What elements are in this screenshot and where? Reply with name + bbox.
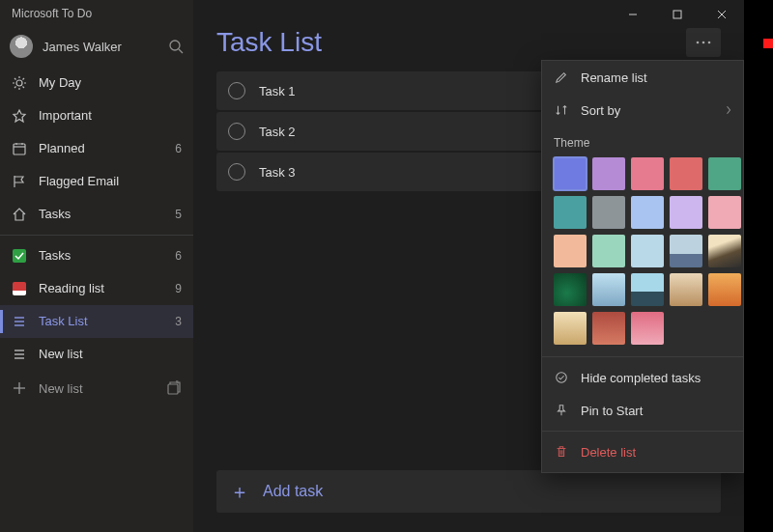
sidebar-item-tasks[interactable]: Tasks5 [0, 198, 193, 231]
sidebar-item-label: Tasks [39, 207, 169, 221]
sidebar-item-label: Tasks [39, 248, 169, 263]
theme-swatch-15[interactable] [554, 273, 587, 306]
sidebar-item-flagged-email[interactable]: Flagged Email [0, 165, 193, 198]
svg-rect-3 [14, 144, 25, 154]
rename-list-item[interactable]: Rename list [542, 61, 743, 94]
svg-rect-20 [673, 11, 681, 18]
more-icon [696, 41, 711, 44]
theme-swatch-10[interactable] [554, 235, 587, 267]
account-row[interactable]: James Walker [0, 27, 193, 67]
sidebar-item-task-list[interactable]: Task List3 [0, 305, 193, 338]
complete-checkbox[interactable] [228, 82, 245, 99]
theme-swatch-4[interactable] [708, 157, 741, 190]
theme-swatch-13[interactable] [670, 235, 702, 267]
theme-swatch-12[interactable] [631, 235, 664, 267]
theme-swatch-11[interactable] [592, 235, 625, 267]
minimize-button[interactable] [611, 0, 655, 29]
theme-swatch-14[interactable] [708, 235, 741, 267]
rename-label: Rename list [581, 70, 731, 85]
hide-completed-item[interactable]: Hide completed tasks [542, 361, 743, 394]
sidebar-item-label: Flagged Email [39, 174, 182, 188]
svg-text:+: + [176, 380, 180, 386]
theme-swatch-17[interactable] [631, 273, 664, 306]
check-circle-icon [554, 370, 569, 385]
annotation-arrow [763, 33, 773, 54]
app-title: Microsoft To Do [0, 0, 193, 27]
pin-icon [554, 403, 569, 418]
sidebar-item-label: My Day [39, 75, 182, 90]
list-options-menu: Rename list Sort by Theme Hide completed… [541, 60, 744, 473]
smart-lists: My DayImportantPlanned6Flagged EmailTask… [0, 67, 193, 231]
list-icon [12, 314, 27, 329]
sidebar-item-count: 6 [175, 249, 182, 263]
theme-swatch-1[interactable] [592, 157, 625, 190]
flag-icon [12, 174, 27, 189]
sidebar-item-count: 3 [175, 315, 182, 328]
sidebar-item-count: 9 [175, 282, 182, 295]
pin-label: Pin to Start [581, 404, 731, 418]
sort-icon [554, 102, 569, 118]
svg-point-23 [697, 42, 700, 44]
sidebar-item-my-day[interactable]: My Day [0, 67, 193, 99]
maximize-button[interactable] [655, 0, 700, 29]
plus-icon [12, 380, 27, 396]
sidebar-item-label: New list [39, 347, 182, 361]
app-window: Microsoft To Do James Walker My DayImpor… [0, 0, 744, 532]
theme-swatch-22[interactable] [631, 312, 664, 345]
theme-section-label: Theme [542, 126, 743, 154]
home-icon [12, 207, 27, 222]
theme-swatch-19[interactable] [708, 273, 741, 306]
svg-point-25 [708, 42, 711, 44]
calendar-icon [12, 141, 27, 156]
pencil-icon [554, 70, 569, 85]
sort-by-item[interactable]: Sort by [542, 94, 743, 126]
task-title: Task 2 [259, 125, 296, 139]
theme-swatch-18[interactable] [670, 273, 702, 306]
theme-swatch-16[interactable] [592, 273, 625, 306]
sidebar-item-label: Reading list [39, 281, 169, 295]
theme-swatch-21[interactable] [592, 312, 625, 345]
account-name: James Walker [43, 40, 168, 54]
sidebar: Microsoft To Do James Walker My DayImpor… [0, 0, 193, 532]
sidebar-item-reading-list[interactable]: Reading list9 [0, 272, 193, 305]
theme-swatch-0[interactable] [554, 157, 587, 190]
more-options-button[interactable] [686, 28, 721, 57]
sidebar-item-count: 6 [175, 142, 182, 155]
theme-swatch-2[interactable] [631, 157, 664, 190]
theme-swatch-8[interactable] [670, 196, 702, 229]
page-title[interactable]: Task List [216, 27, 686, 58]
pin-to-start-item[interactable]: Pin to Start [542, 394, 743, 427]
avatar [10, 35, 33, 58]
sidebar-item-planned[interactable]: Planned6 [0, 132, 193, 165]
complete-checkbox[interactable] [228, 123, 245, 140]
sidebar-item-label: Task List [39, 314, 169, 328]
svg-point-0 [170, 41, 180, 50]
search-icon[interactable] [168, 39, 184, 54]
complete-checkbox[interactable] [228, 163, 245, 181]
sidebar-item-tasks[interactable]: Tasks6 [0, 239, 193, 272]
close-button[interactable] [700, 0, 744, 29]
theme-swatch-7[interactable] [631, 196, 664, 229]
star-icon [12, 108, 27, 124]
user-lists: Tasks6Reading list9Task List3New list [0, 239, 193, 371]
theme-swatch-6[interactable] [592, 196, 625, 229]
main-pane: Task List Task 1Task 2Task 3 ＋ Add task … [193, 0, 744, 532]
window-controls [611, 0, 744, 29]
selection-indicator [0, 310, 3, 333]
chevron-right-icon [726, 105, 731, 115]
theme-swatch-9[interactable] [708, 196, 741, 229]
list-icon [12, 347, 27, 362]
theme-swatch-20[interactable] [554, 312, 587, 345]
new-group-icon[interactable]: + [166, 380, 182, 396]
sidebar-item-important[interactable]: Important [0, 99, 193, 132]
red-book [12, 281, 27, 296]
delete-list-item[interactable]: Delete list [542, 435, 743, 468]
theme-swatch-3[interactable] [670, 157, 702, 190]
theme-swatch-5[interactable] [554, 196, 587, 229]
add-task-button[interactable]: ＋ Add task [216, 470, 721, 513]
sidebar-item-new-list[interactable]: New list [0, 338, 193, 371]
svg-line-1 [179, 49, 183, 53]
new-list-button[interactable]: New list + [0, 371, 193, 406]
sidebar-item-label: Planned [39, 141, 169, 155]
task-title: Task 1 [259, 84, 296, 98]
